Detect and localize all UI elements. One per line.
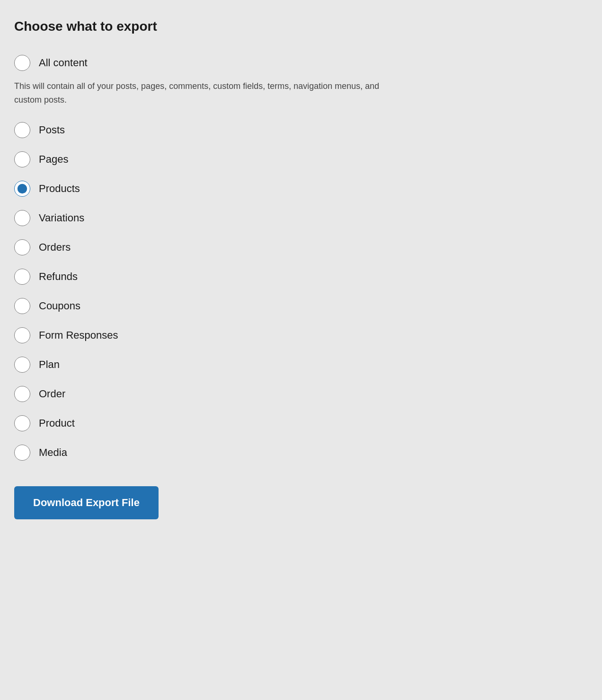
radio-posts[interactable] bbox=[14, 122, 30, 138]
radio-orders[interactable] bbox=[14, 239, 30, 255]
radio-item-form-responses[interactable]: Form Responses bbox=[14, 321, 421, 350]
radio-media[interactable] bbox=[14, 445, 30, 461]
radio-item-variations[interactable]: Variations bbox=[14, 203, 421, 233]
radio-coupons[interactable] bbox=[14, 298, 30, 314]
radio-form-responses[interactable] bbox=[14, 327, 30, 343]
radio-products[interactable] bbox=[14, 181, 30, 197]
radio-label-media[interactable]: Media bbox=[39, 446, 67, 459]
radio-item-coupons[interactable]: Coupons bbox=[14, 291, 421, 321]
radio-label-variations[interactable]: Variations bbox=[39, 212, 84, 224]
radio-item-all-content[interactable]: All content bbox=[14, 48, 421, 78]
export-options-group: All content This will contain all of you… bbox=[14, 48, 421, 467]
page-title: Choose what to export bbox=[14, 19, 421, 34]
radio-label-pages[interactable]: Pages bbox=[39, 153, 68, 166]
download-export-button[interactable]: Download Export File bbox=[14, 486, 159, 519]
radio-order[interactable] bbox=[14, 386, 30, 402]
radio-item-plan[interactable]: Plan bbox=[14, 350, 421, 379]
export-container: Choose what to export All content This w… bbox=[14, 19, 421, 519]
radio-label-product[interactable]: Product bbox=[39, 417, 75, 429]
radio-item-order[interactable]: Order bbox=[14, 379, 421, 409]
radio-variations[interactable] bbox=[14, 210, 30, 226]
radio-label-orders[interactable]: Orders bbox=[39, 241, 71, 254]
radio-all-content[interactable] bbox=[14, 55, 30, 71]
radio-label-all-content[interactable]: All content bbox=[39, 57, 88, 69]
radio-plan[interactable] bbox=[14, 357, 30, 373]
radio-label-refunds[interactable]: Refunds bbox=[39, 271, 78, 283]
radio-label-order[interactable]: Order bbox=[39, 388, 65, 400]
radio-item-products[interactable]: Products bbox=[14, 174, 421, 203]
radio-item-pages[interactable]: Pages bbox=[14, 145, 421, 174]
all-content-description: This will contain all of your posts, pag… bbox=[14, 79, 402, 107]
radio-item-posts[interactable]: Posts bbox=[14, 115, 421, 145]
radio-label-plan[interactable]: Plan bbox=[39, 359, 60, 371]
radio-item-media[interactable]: Media bbox=[14, 438, 421, 467]
radio-product[interactable] bbox=[14, 415, 30, 431]
radio-label-products[interactable]: Products bbox=[39, 183, 80, 195]
radio-item-orders[interactable]: Orders bbox=[14, 233, 421, 262]
radio-pages[interactable] bbox=[14, 151, 30, 167]
radio-label-form-responses[interactable]: Form Responses bbox=[39, 329, 118, 341]
radio-refunds[interactable] bbox=[14, 269, 30, 285]
radio-item-refunds[interactable]: Refunds bbox=[14, 262, 421, 291]
radio-label-posts[interactable]: Posts bbox=[39, 124, 65, 136]
radio-label-coupons[interactable]: Coupons bbox=[39, 300, 80, 312]
radio-item-product[interactable]: Product bbox=[14, 409, 421, 438]
